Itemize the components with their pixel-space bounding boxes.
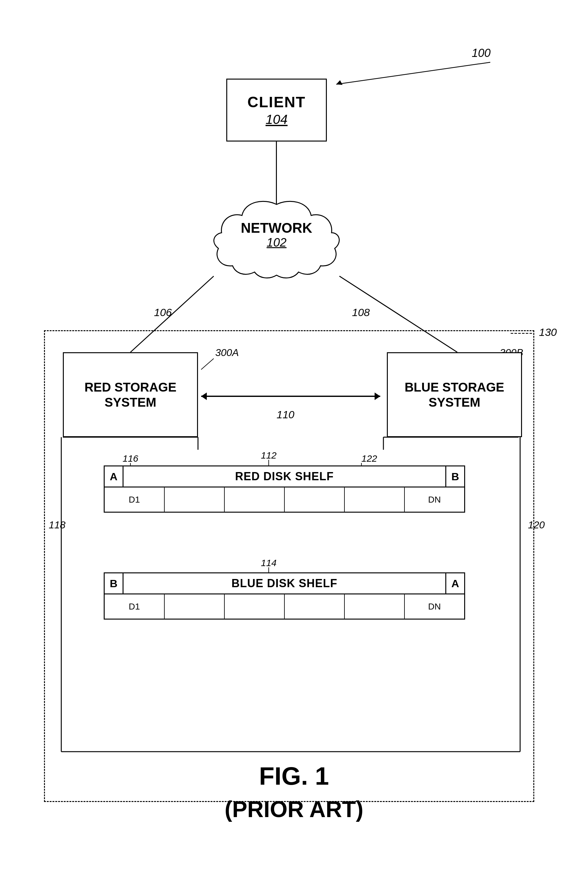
red-slot-5 xyxy=(345,487,405,512)
client-box: CLIENT 104 xyxy=(226,79,327,141)
red-disk-shelf-container: A RED DISK SHELF B D1 DN xyxy=(104,465,465,513)
network-text: NETWORK xyxy=(226,220,327,236)
blue-disk-slots: D1 DN xyxy=(104,594,465,620)
fig-label: FIG. 1 xyxy=(0,762,588,791)
blue-slot-2 xyxy=(165,594,225,618)
blue-slot-5 xyxy=(345,594,405,618)
svg-marker-1 xyxy=(336,80,342,85)
blue-shelf-name: BLUE DISK SHELF xyxy=(123,573,446,593)
blue-slot-3 xyxy=(225,594,285,618)
red-disk-slots: D1 DN xyxy=(104,487,465,513)
blue-shelf-right-label: A xyxy=(446,573,464,593)
red-slot-d1: D1 xyxy=(105,487,165,512)
svg-line-0 xyxy=(336,62,490,84)
red-shelf-left-label: A xyxy=(105,466,123,486)
blue-shelf-left-label: B xyxy=(105,573,123,593)
blue-storage-box: BLUE STORAGESYSTEM xyxy=(387,352,522,437)
red-slot-2 xyxy=(165,487,225,512)
client-label: CLIENT xyxy=(248,93,306,111)
svg-text:108: 108 xyxy=(352,306,370,318)
network-label: NETWORK 102 xyxy=(226,220,327,250)
red-storage-label: RED STORAGESYSTEM xyxy=(84,380,177,410)
svg-text:106: 106 xyxy=(154,306,172,318)
prior-art-label: (PRIOR ART) xyxy=(0,796,588,822)
ref-100-label: 100 xyxy=(472,47,490,60)
red-slot-dn: DN xyxy=(405,487,464,512)
svg-text:130: 130 xyxy=(539,326,557,338)
blue-slot-4 xyxy=(285,594,345,618)
network-ref: 102 xyxy=(226,236,327,250)
client-ref: 104 xyxy=(266,112,288,127)
blue-slot-d1: D1 xyxy=(105,594,165,618)
blue-disk-shelf-container: B BLUE DISK SHELF A D1 DN xyxy=(104,572,465,620)
red-shelf-name: RED DISK SHELF xyxy=(123,466,446,486)
diagram: 100 CLIENT 104 NETWORK 102 106 108 130 xyxy=(0,0,588,874)
blue-disk-shelf-box: B BLUE DISK SHELF A xyxy=(104,572,465,594)
blue-storage-label: BLUE STORAGESYSTEM xyxy=(405,380,504,410)
red-disk-shelf-box: A RED DISK SHELF B xyxy=(104,465,465,487)
blue-slot-dn: DN xyxy=(405,594,464,618)
red-storage-box: RED STORAGESYSTEM xyxy=(63,352,198,437)
red-shelf-right-label: B xyxy=(446,466,464,486)
red-slot-3 xyxy=(225,487,285,512)
red-slot-4 xyxy=(285,487,345,512)
